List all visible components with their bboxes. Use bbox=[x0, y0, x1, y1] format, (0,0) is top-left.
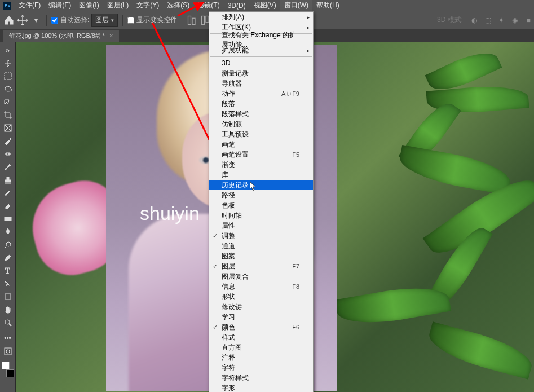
3d-icon-5[interactable]: ■ bbox=[523, 15, 534, 26]
menu-learn[interactable]: 学习 bbox=[209, 312, 313, 322]
home-icon[interactable] bbox=[3, 15, 15, 26]
eyedropper-tool[interactable] bbox=[2, 135, 14, 147]
zoom-tool[interactable] bbox=[2, 316, 14, 329]
auto-select-checkbox[interactable]: 自动选择: bbox=[51, 15, 89, 25]
menu-tool-presets[interactable]: 工具预设 bbox=[209, 129, 313, 139]
menu-brushes[interactable]: 画笔 bbox=[209, 139, 313, 149]
menu-layer[interactable]: 图层(L) bbox=[103, 0, 133, 11]
menu-arrange[interactable]: 排列(A) bbox=[209, 12, 313, 22]
menu-paragraph[interactable]: 段落 bbox=[209, 99, 313, 109]
brush-tool[interactable] bbox=[2, 161, 14, 173]
menu-properties[interactable]: 属性 bbox=[209, 221, 313, 231]
hand-tool[interactable] bbox=[2, 303, 14, 316]
dodge-tool[interactable] bbox=[2, 239, 14, 251]
menu-type[interactable]: 文字(Y) bbox=[133, 0, 163, 11]
menu-histogram[interactable]: 直方图 bbox=[209, 342, 313, 353]
3d-icon-3[interactable]: ✦ bbox=[496, 15, 507, 26]
ps-logo-icon: Ps bbox=[3, 2, 11, 10]
heal-tool[interactable] bbox=[2, 148, 14, 160]
svg-point-15 bbox=[8, 153, 10, 155]
menu-color-panel[interactable]: 颜色F6 bbox=[209, 322, 313, 332]
svg-text:T: T bbox=[5, 267, 10, 275]
document-tab-label: 鲜花.jpg @ 100% (水印, RGB/8#) * bbox=[9, 32, 105, 40]
layer-group-select[interactable]: 图层 ▾ bbox=[91, 14, 117, 27]
menu-shapes-panel[interactable]: 形状 bbox=[209, 292, 313, 302]
menu-gradients[interactable]: 渐变 bbox=[209, 160, 313, 170]
menu-measurement[interactable]: 测量记录 bbox=[209, 68, 313, 78]
foreground-color[interactable] bbox=[2, 362, 10, 369]
path-select-tool[interactable] bbox=[2, 278, 14, 290]
menu-image[interactable]: 图像(I) bbox=[75, 0, 103, 11]
menu-brush-settings[interactable]: 画笔设置F5 bbox=[209, 149, 313, 160]
stamp-tool[interactable] bbox=[2, 174, 14, 186]
selection-tool[interactable] bbox=[2, 96, 14, 108]
show-transform-checkbox[interactable]: 显示变换控件 bbox=[127, 15, 177, 25]
background-color[interactable] bbox=[6, 369, 14, 377]
auto-select-input[interactable] bbox=[51, 17, 58, 24]
menu-window[interactable]: 窗口(W) bbox=[280, 0, 312, 11]
lasso-tool[interactable] bbox=[2, 83, 14, 95]
menu-3d-panel[interactable]: 3D bbox=[209, 58, 313, 68]
menu-view[interactable]: 视图(V) bbox=[250, 0, 280, 11]
svg-rect-9 bbox=[5, 73, 11, 80]
menu-para-styles[interactable]: 段落样式 bbox=[209, 109, 313, 119]
3d-icon-2[interactable]: ⬚ bbox=[482, 15, 493, 26]
history-brush-tool[interactable] bbox=[2, 187, 14, 199]
3d-icon-4[interactable]: ◉ bbox=[509, 15, 520, 26]
menu-select[interactable]: 选择(S) bbox=[163, 0, 193, 11]
menu-actions[interactable]: 动作Alt+F9 bbox=[209, 89, 313, 99]
menu-3d[interactable]: 3D(D) bbox=[224, 1, 250, 11]
menu-edit[interactable]: 编辑(E) bbox=[45, 0, 75, 11]
menu-glyphs[interactable]: 字形 bbox=[209, 383, 313, 392]
watermark-text: shuiyin bbox=[140, 202, 200, 224]
menu-extensions[interactable]: 扩展功能 bbox=[209, 45, 313, 55]
dropdown-caret-icon[interactable]: ▾ bbox=[30, 15, 42, 26]
menu-timeline[interactable]: 时间轴 bbox=[209, 210, 313, 221]
menu-paths[interactable]: 路径 bbox=[209, 190, 313, 200]
toolbox-expand-icon[interactable]: » bbox=[2, 44, 14, 56]
pen-tool[interactable] bbox=[2, 252, 14, 264]
menu-modifier-keys[interactable]: 修改键 bbox=[209, 302, 313, 312]
menu-character[interactable]: 字符 bbox=[209, 363, 313, 373]
menu-library[interactable]: 库 bbox=[209, 170, 313, 180]
menu-find-extensions[interactable]: 查找有关 Exchange 的扩展功能... bbox=[209, 35, 313, 45]
menu-info[interactable]: 信息F8 bbox=[209, 281, 313, 292]
menu-channels[interactable]: 通道 bbox=[209, 241, 313, 251]
marquee-tool[interactable] bbox=[2, 70, 14, 82]
menu-layers-panel[interactable]: 图层F7 bbox=[209, 261, 313, 271]
menu-file[interactable]: 文件(F) bbox=[15, 0, 45, 11]
menu-layer-comps[interactable]: 图层复合 bbox=[209, 271, 313, 281]
shape-tool[interactable] bbox=[2, 290, 14, 303]
menu-history[interactable]: 历史记录 bbox=[209, 180, 313, 190]
auto-select-label: 自动选择: bbox=[60, 15, 89, 25]
menu-notes[interactable]: 注释 bbox=[209, 353, 313, 363]
menu-adjustments[interactable]: 调整 bbox=[209, 231, 313, 241]
type-tool[interactable]: T bbox=[2, 265, 14, 277]
crop-tool[interactable] bbox=[2, 109, 14, 121]
color-swatches[interactable] bbox=[2, 362, 14, 377]
menu-char-styles[interactable]: 字符样式 bbox=[209, 373, 313, 383]
menu-bar: Ps 文件(F) 编辑(E) 图像(I) 图层(L) 文字(Y) 选择(S) 滤… bbox=[0, 0, 534, 11]
menu-patterns[interactable]: 图案 bbox=[209, 251, 313, 261]
menu-help[interactable]: 帮助(H) bbox=[312, 0, 343, 11]
menu-swatches[interactable]: 色板 bbox=[209, 200, 313, 210]
align-icon-1[interactable] bbox=[187, 15, 198, 26]
edit-toolbar-icon[interactable]: ••• bbox=[2, 332, 14, 345]
toolbox: » T ••• bbox=[0, 42, 16, 392]
blur-tool[interactable] bbox=[2, 226, 14, 238]
menu-navigator[interactable]: 导航器 bbox=[209, 78, 313, 89]
show-transform-input[interactable] bbox=[127, 17, 134, 24]
gradient-tool[interactable] bbox=[2, 213, 14, 225]
close-tab-icon[interactable]: × bbox=[109, 32, 113, 39]
document-tab[interactable]: 鲜花.jpg @ 100% (水印, RGB/8#) * × bbox=[3, 30, 119, 42]
quick-mask-icon[interactable] bbox=[2, 345, 14, 358]
svg-rect-16 bbox=[5, 217, 11, 221]
menu-filter[interactable]: 滤镜(T) bbox=[193, 0, 223, 11]
frame-tool[interactable] bbox=[2, 122, 14, 134]
svg-rect-1 bbox=[192, 18, 195, 24]
3d-icon-1[interactable]: ◐ bbox=[469, 15, 480, 26]
move-tool[interactable] bbox=[2, 57, 14, 69]
eraser-tool[interactable] bbox=[2, 200, 14, 212]
menu-styles[interactable]: 样式 bbox=[209, 332, 313, 342]
menu-clone-source[interactable]: 仿制源 bbox=[209, 119, 313, 129]
